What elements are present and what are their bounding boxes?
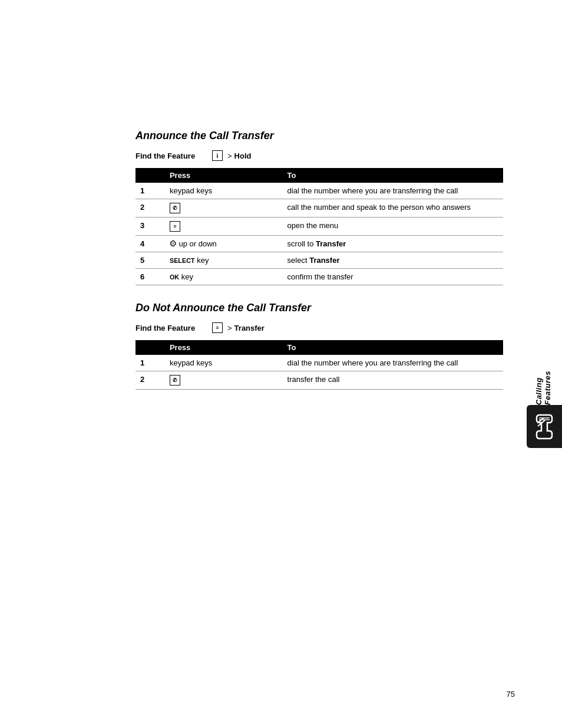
- to-cell: scroll to Transfer: [283, 236, 503, 252]
- menu-icon-2: ≡: [212, 322, 223, 333]
- no-announce-table: Press To 1 keypad keys dial the number w…: [135, 340, 503, 390]
- menu-icon-1: i: [212, 150, 223, 161]
- table1-col-to: To: [283, 168, 503, 183]
- table-row: 3 ≡ open the menu: [135, 218, 503, 236]
- table2-col-to: To: [283, 340, 503, 355]
- table2-col-num: [135, 340, 165, 355]
- table1-col-num: [135, 168, 165, 183]
- row-num: 2: [135, 371, 165, 390]
- page-number: 75: [507, 690, 515, 699]
- table-row: 6 OK key confirm the transfer: [135, 269, 503, 285]
- find-feature-row-2: Find the Feature ≡ > Transfer: [135, 322, 503, 333]
- press-cell: SELECT key: [165, 252, 283, 269]
- press-cell: keypad keys: [165, 183, 283, 199]
- table1-col-press: Press: [165, 168, 283, 183]
- to-cell: transfer the call: [283, 371, 503, 390]
- row-num: 1: [135, 355, 165, 371]
- phone-icon: [533, 412, 556, 442]
- row-num: 3: [135, 218, 165, 236]
- section-announce: Announce the Call Transfer Find the Feat…: [135, 130, 503, 285]
- find-feature-label-2: Find the Feature: [135, 324, 212, 332]
- section-do-not-announce: Do Not Announce the Call Transfer Find t…: [135, 302, 503, 390]
- row-num: 6: [135, 269, 165, 285]
- press-cell: ✆: [165, 371, 283, 390]
- to-cell: dial the number where you are transferri…: [283, 355, 503, 371]
- table-row: 2 ✆ transfer the call: [135, 371, 503, 390]
- to-cell: confirm the transfer: [283, 269, 503, 285]
- row-num: 1: [135, 183, 165, 199]
- table-row: 5 SELECT key select Transfer: [135, 252, 503, 269]
- row-num: 2: [135, 199, 165, 218]
- side-tab: Calling Features: [524, 342, 562, 448]
- page: Calling Features Announce the Call Trans…: [0, 0, 562, 728]
- send-icon-2: ✆: [170, 375, 180, 386]
- find-feature-dest-2: Transfer: [234, 324, 265, 332]
- row-num: 4: [135, 236, 165, 252]
- content-area: Announce the Call Transfer Find the Feat…: [135, 0, 503, 390]
- row-num: 5: [135, 252, 165, 269]
- announce-table: Press To 1 keypad keys dial the number w…: [135, 168, 503, 285]
- table-row: 4 ⭙ up or down scroll to Transfer: [135, 236, 503, 252]
- find-feature-dest-1: Hold: [234, 151, 252, 160]
- side-tab-label: Calling Features: [534, 342, 552, 405]
- table2-col-press: Press: [165, 340, 283, 355]
- table-row: 2 ✆ call the number and speak to the per…: [135, 199, 503, 218]
- find-feature-row-1: Find the Feature i > Hold: [135, 150, 503, 161]
- section2-title: Do Not Announce the Call Transfer: [135, 302, 503, 314]
- press-cell: keypad keys: [165, 355, 283, 371]
- press-cell: ≡: [165, 218, 283, 236]
- arrow-2: >: [227, 324, 232, 332]
- send-icon: ✆: [170, 203, 180, 213]
- table-row: 1 keypad keys dial the number where you …: [135, 183, 503, 199]
- phone-icon-container: [527, 405, 562, 448]
- section1-title: Announce the Call Transfer: [135, 130, 503, 142]
- to-cell: call the number and speak to the person …: [283, 199, 503, 218]
- press-cell: ✆: [165, 199, 283, 218]
- arrow-1: >: [227, 151, 232, 160]
- table-row: 1 keypad keys dial the number where you …: [135, 355, 503, 371]
- press-cell: OK key: [165, 269, 283, 285]
- to-cell: dial the number where you are transferri…: [283, 183, 503, 199]
- press-cell: ⭙ up or down: [165, 236, 283, 252]
- to-cell: open the menu: [283, 218, 503, 236]
- menu-icon: ≡: [170, 221, 180, 232]
- find-feature-label-1: Find the Feature: [135, 151, 212, 160]
- to-cell: select Transfer: [283, 252, 503, 269]
